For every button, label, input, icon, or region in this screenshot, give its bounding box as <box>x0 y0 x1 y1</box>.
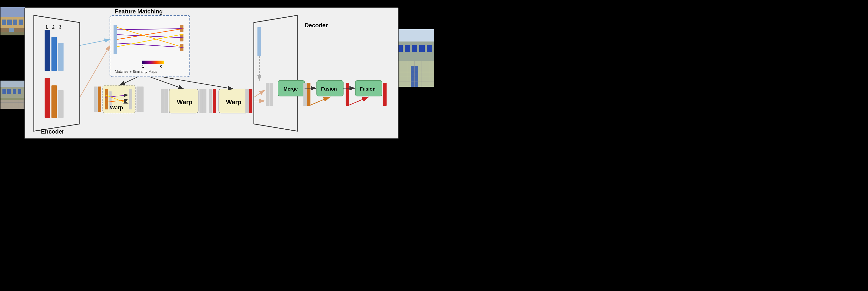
svg-rect-105 <box>257 27 261 57</box>
svg-line-81 <box>105 100 128 102</box>
svg-rect-13 <box>7 89 11 94</box>
svg-line-61 <box>117 43 183 47</box>
svg-rect-49 <box>45 78 50 118</box>
svg-line-124 <box>347 97 369 106</box>
svg-rect-58 <box>180 44 183 51</box>
diagram-svg: 1 2 3 Encoder Feature Matching <box>25 8 398 138</box>
svg-rect-116 <box>346 83 349 106</box>
svg-rect-79 <box>109 91 112 109</box>
svg-rect-65 <box>142 61 164 64</box>
svg-rect-15 <box>18 89 21 94</box>
svg-text:0: 0 <box>160 65 162 68</box>
svg-text:Feature Matching: Feature Matching <box>115 8 163 15</box>
svg-rect-110 <box>355 80 382 96</box>
svg-rect-114 <box>307 83 311 106</box>
svg-rect-50 <box>51 85 57 118</box>
svg-rect-93 <box>164 89 168 113</box>
svg-rect-77 <box>103 85 135 113</box>
svg-line-69 <box>80 40 110 46</box>
svg-rect-6 <box>19 20 23 25</box>
svg-rect-32 <box>411 66 417 87</box>
svg-rect-29 <box>412 45 417 52</box>
svg-marker-41 <box>34 15 80 131</box>
svg-rect-113 <box>266 83 270 106</box>
svg-rect-99 <box>249 89 252 113</box>
svg-rect-83 <box>129 89 132 109</box>
svg-rect-95 <box>199 89 203 113</box>
svg-rect-112 <box>270 83 273 106</box>
svg-rect-108 <box>317 80 343 96</box>
svg-text:3: 3 <box>59 25 61 30</box>
svg-line-103 <box>162 77 233 89</box>
svg-rect-106 <box>278 80 305 96</box>
svg-rect-56 <box>180 25 183 32</box>
svg-rect-115 <box>304 83 307 106</box>
svg-text:Fusion: Fusion <box>360 86 376 92</box>
svg-rect-8 <box>0 32 26 35</box>
svg-line-63 <box>117 29 183 40</box>
svg-rect-55 <box>114 25 117 54</box>
svg-rect-51 <box>58 90 64 118</box>
svg-text:Warp: Warp <box>110 105 123 111</box>
svg-rect-57 <box>180 34 183 41</box>
svg-line-60 <box>117 35 183 38</box>
svg-rect-117 <box>383 83 386 106</box>
svg-line-102 <box>150 77 184 89</box>
svg-rect-97 <box>213 89 216 113</box>
svg-rect-31 <box>427 45 432 52</box>
svg-rect-100 <box>245 89 249 113</box>
svg-line-64 <box>117 34 183 47</box>
svg-text:Merge: Merge <box>284 86 298 92</box>
svg-line-70 <box>80 45 110 98</box>
left-bottom-image <box>0 80 26 109</box>
svg-rect-98 <box>209 89 213 113</box>
svg-rect-94 <box>161 89 164 113</box>
svg-rect-85 <box>169 89 198 113</box>
svg-rect-43 <box>45 30 50 71</box>
svg-rect-3 <box>2 20 6 25</box>
right-output-image <box>395 29 434 87</box>
svg-line-101 <box>120 77 138 85</box>
svg-line-82 <box>105 95 128 104</box>
svg-rect-92 <box>140 86 144 112</box>
svg-line-120 <box>254 90 265 98</box>
svg-rect-16 <box>0 100 26 109</box>
svg-marker-42 <box>254 15 297 131</box>
diagram-box: 1 2 3 Encoder Feature Matching <box>25 7 399 139</box>
svg-rect-14 <box>13 89 17 94</box>
svg-rect-89 <box>98 86 101 112</box>
svg-rect-28 <box>405 45 410 52</box>
svg-rect-44 <box>51 37 57 71</box>
svg-text:Fusion: Fusion <box>321 86 337 92</box>
svg-rect-12 <box>2 89 6 94</box>
svg-rect-91 <box>136 86 140 112</box>
svg-text:Decoder: Decoder <box>305 22 328 29</box>
svg-text:Encoder: Encoder <box>41 129 64 135</box>
svg-line-62 <box>117 27 183 47</box>
svg-text:2: 2 <box>52 25 55 30</box>
svg-rect-5 <box>13 20 18 25</box>
left-top-image <box>0 7 26 35</box>
svg-text:1: 1 <box>45 25 48 30</box>
svg-rect-78 <box>105 89 108 109</box>
svg-rect-53 <box>110 15 190 77</box>
main-container: 1 2 3 Encoder Feature Matching <box>0 0 434 145</box>
svg-text:Warp: Warp <box>226 99 241 105</box>
svg-line-59 <box>117 29 183 30</box>
svg-rect-90 <box>94 86 98 112</box>
svg-rect-87 <box>219 89 248 113</box>
svg-rect-30 <box>419 45 425 52</box>
svg-rect-45 <box>58 43 64 71</box>
svg-text:Warp: Warp <box>177 99 192 105</box>
svg-text:1: 1 <box>142 65 144 68</box>
svg-line-123 <box>309 97 330 106</box>
svg-text:Matches + Similarity Maps: Matches + Similarity Maps <box>115 70 157 73</box>
svg-line-80 <box>105 95 128 98</box>
svg-rect-4 <box>7 20 12 25</box>
svg-rect-96 <box>203 89 206 113</box>
